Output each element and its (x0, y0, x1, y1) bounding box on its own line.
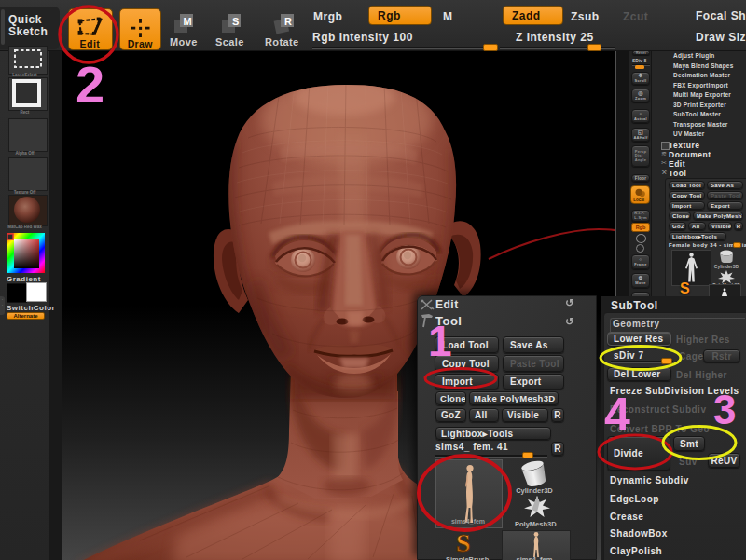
svg-text:Local: Local (633, 198, 644, 202)
svg-text:Move: Move (170, 36, 198, 48)
svg-text:Scale: Scale (215, 36, 244, 48)
svg-text:S: S (232, 16, 239, 27)
svg-text:M: M (184, 16, 192, 27)
svg-text:Rotate: Rotate (265, 36, 299, 48)
svg-text:Draw: Draw (128, 38, 154, 49)
svg-text:Edit: Edit (80, 38, 101, 49)
svg-text:S: S (456, 529, 471, 555)
svg-text:R: R (284, 16, 292, 27)
